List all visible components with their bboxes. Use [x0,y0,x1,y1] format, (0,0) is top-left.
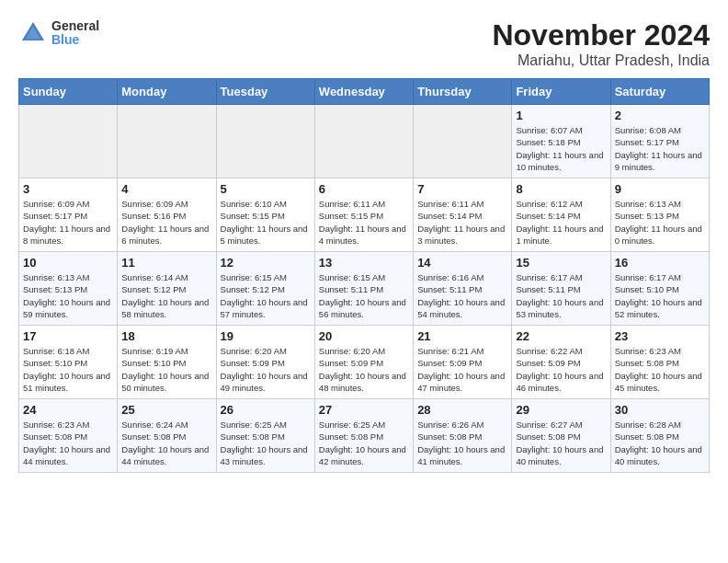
day-number: 12 [221,256,311,270]
logo-general: General [51,19,99,33]
day-number: 18 [121,329,211,343]
calendar-cell: 18Sunrise: 6:19 AM Sunset: 5:10 PM Dayli… [118,326,216,399]
day-number: 1 [516,109,606,122]
day-info: Sunrise: 6:23 AM Sunset: 5:08 PM Dayligh… [23,419,113,467]
column-header-friday: Friday [512,79,610,105]
calendar-cell: 20Sunrise: 6:20 AM Sunset: 5:09 PM Dayli… [314,326,413,399]
day-info: Sunrise: 6:14 AM Sunset: 5:12 PM Dayligh… [121,271,211,320]
day-info: Sunrise: 6:22 AM Sunset: 5:09 PM Dayligh… [516,345,606,394]
calendar-cell: 5Sunrise: 6:10 AM Sunset: 5:15 PM Daylig… [216,178,314,252]
day-info: Sunrise: 6:16 AM Sunset: 5:11 PM Dayligh… [417,271,507,320]
calendar-cell: 10Sunrise: 6:13 AM Sunset: 5:13 PM Dayli… [19,252,118,326]
day-number: 27 [319,403,409,417]
day-info: Sunrise: 6:13 AM Sunset: 5:13 PM Dayligh… [615,198,705,247]
day-number: 11 [121,256,211,270]
calendar-cell [118,105,216,178]
day-number: 17 [23,329,113,343]
calendar-cell: 15Sunrise: 6:17 AM Sunset: 5:11 PM Dayli… [512,252,610,326]
calendar-cell: 24Sunrise: 6:23 AM Sunset: 5:08 PM Dayli… [19,399,118,473]
column-header-wednesday: Wednesday [314,79,413,105]
calendar-cell: 13Sunrise: 6:15 AM Sunset: 5:11 PM Dayli… [314,252,413,326]
day-number: 10 [23,256,113,270]
day-info: Sunrise: 6:24 AM Sunset: 5:08 PM Dayligh… [121,419,211,467]
calendar-cell: 17Sunrise: 6:18 AM Sunset: 5:10 PM Dayli… [19,326,118,399]
day-info: Sunrise: 6:20 AM Sunset: 5:09 PM Dayligh… [221,345,311,394]
title-area: November 2024 Mariahu, Uttar Pradesh, In… [492,18,710,69]
day-number: 14 [417,256,507,270]
day-info: Sunrise: 6:20 AM Sunset: 5:09 PM Dayligh… [319,345,409,394]
calendar-cell [19,105,118,178]
day-number: 30 [615,403,705,417]
calendar-cell: 8Sunrise: 6:12 AM Sunset: 5:14 PM Daylig… [512,178,610,252]
week-row-5: 24Sunrise: 6:23 AM Sunset: 5:08 PM Dayli… [19,399,710,473]
calendar: SundayMondayTuesdayWednesdayThursdayFrid… [18,78,710,473]
calendar-cell: 4Sunrise: 6:09 AM Sunset: 5:16 PM Daylig… [118,178,216,252]
day-number: 2 [615,109,705,122]
day-info: Sunrise: 6:11 AM Sunset: 5:15 PM Dayligh… [319,198,409,247]
day-info: Sunrise: 6:09 AM Sunset: 5:17 PM Dayligh… [23,198,113,247]
calendar-cell [216,105,314,178]
calendar-cell: 22Sunrise: 6:22 AM Sunset: 5:09 PM Dayli… [512,326,610,399]
day-number: 16 [615,256,705,270]
calendar-cell: 23Sunrise: 6:23 AM Sunset: 5:08 PM Dayli… [610,326,709,399]
day-info: Sunrise: 6:15 AM Sunset: 5:11 PM Dayligh… [319,271,409,320]
column-header-thursday: Thursday [414,79,512,105]
day-info: Sunrise: 6:18 AM Sunset: 5:10 PM Dayligh… [23,345,113,394]
calendar-cell: 21Sunrise: 6:21 AM Sunset: 5:09 PM Dayli… [414,326,512,399]
day-number: 15 [516,256,606,270]
day-info: Sunrise: 6:09 AM Sunset: 5:16 PM Dayligh… [121,198,211,247]
logo-blue: Blue [51,33,99,47]
calendar-cell: 12Sunrise: 6:15 AM Sunset: 5:12 PM Dayli… [216,252,314,326]
month-title: November 2024 [492,18,710,52]
day-number: 19 [221,329,311,343]
day-info: Sunrise: 6:07 AM Sunset: 5:18 PM Dayligh… [516,124,606,173]
day-info: Sunrise: 6:28 AM Sunset: 5:08 PM Dayligh… [615,419,705,467]
column-header-monday: Monday [118,79,216,105]
calendar-cell: 29Sunrise: 6:27 AM Sunset: 5:08 PM Dayli… [512,399,610,473]
calendar-cell: 14Sunrise: 6:16 AM Sunset: 5:11 PM Dayli… [414,252,512,326]
day-info: Sunrise: 6:17 AM Sunset: 5:11 PM Dayligh… [516,271,606,320]
week-row-3: 10Sunrise: 6:13 AM Sunset: 5:13 PM Dayli… [19,252,710,326]
week-row-2: 3Sunrise: 6:09 AM Sunset: 5:17 PM Daylig… [19,178,710,252]
calendar-cell: 7Sunrise: 6:11 AM Sunset: 5:14 PM Daylig… [414,178,512,252]
day-info: Sunrise: 6:25 AM Sunset: 5:08 PM Dayligh… [221,419,311,467]
calendar-cell: 9Sunrise: 6:13 AM Sunset: 5:13 PM Daylig… [610,178,709,252]
calendar-cell: 28Sunrise: 6:26 AM Sunset: 5:08 PM Dayli… [414,399,512,473]
day-info: Sunrise: 6:23 AM Sunset: 5:08 PM Dayligh… [615,345,705,394]
day-info: Sunrise: 6:25 AM Sunset: 5:08 PM Dayligh… [319,419,409,467]
day-info: Sunrise: 6:12 AM Sunset: 5:14 PM Dayligh… [516,198,606,247]
day-number: 20 [319,329,409,343]
day-info: Sunrise: 6:10 AM Sunset: 5:15 PM Dayligh… [221,198,311,247]
day-number: 23 [615,329,705,343]
calendar-header: SundayMondayTuesdayWednesdayThursdayFrid… [19,79,710,105]
week-row-1: 1Sunrise: 6:07 AM Sunset: 5:18 PM Daylig… [19,105,710,178]
day-info: Sunrise: 6:17 AM Sunset: 5:10 PM Dayligh… [615,271,705,320]
calendar-cell [314,105,413,178]
logo: General Blue [18,18,99,48]
day-number: 7 [417,182,507,196]
calendar-cell: 25Sunrise: 6:24 AM Sunset: 5:08 PM Dayli… [118,399,216,473]
day-number: 9 [615,182,705,196]
calendar-cell: 2Sunrise: 6:08 AM Sunset: 5:17 PM Daylig… [610,105,709,178]
day-info: Sunrise: 6:27 AM Sunset: 5:08 PM Dayligh… [516,419,606,467]
calendar-cell: 30Sunrise: 6:28 AM Sunset: 5:08 PM Dayli… [610,399,709,473]
calendar-cell: 27Sunrise: 6:25 AM Sunset: 5:08 PM Dayli… [314,399,413,473]
week-row-4: 17Sunrise: 6:18 AM Sunset: 5:10 PM Dayli… [19,326,710,399]
column-header-sunday: Sunday [19,79,118,105]
day-number: 6 [319,182,409,196]
day-info: Sunrise: 6:13 AM Sunset: 5:13 PM Dayligh… [23,271,113,320]
day-info: Sunrise: 6:11 AM Sunset: 5:14 PM Dayligh… [417,198,507,247]
calendar-cell [414,105,512,178]
location: Mariahu, Uttar Pradesh, India [492,52,710,69]
calendar-cell: 6Sunrise: 6:11 AM Sunset: 5:15 PM Daylig… [314,178,413,252]
day-info: Sunrise: 6:26 AM Sunset: 5:08 PM Dayligh… [417,419,507,467]
calendar-cell: 1Sunrise: 6:07 AM Sunset: 5:18 PM Daylig… [512,105,610,178]
day-info: Sunrise: 6:19 AM Sunset: 5:10 PM Dayligh… [121,345,211,394]
logo-text: General Blue [51,19,99,48]
day-number: 3 [23,182,113,196]
calendar-cell: 16Sunrise: 6:17 AM Sunset: 5:10 PM Dayli… [610,252,709,326]
day-number: 5 [221,182,311,196]
day-number: 24 [23,403,113,417]
column-header-tuesday: Tuesday [216,79,314,105]
day-number: 22 [516,329,606,343]
